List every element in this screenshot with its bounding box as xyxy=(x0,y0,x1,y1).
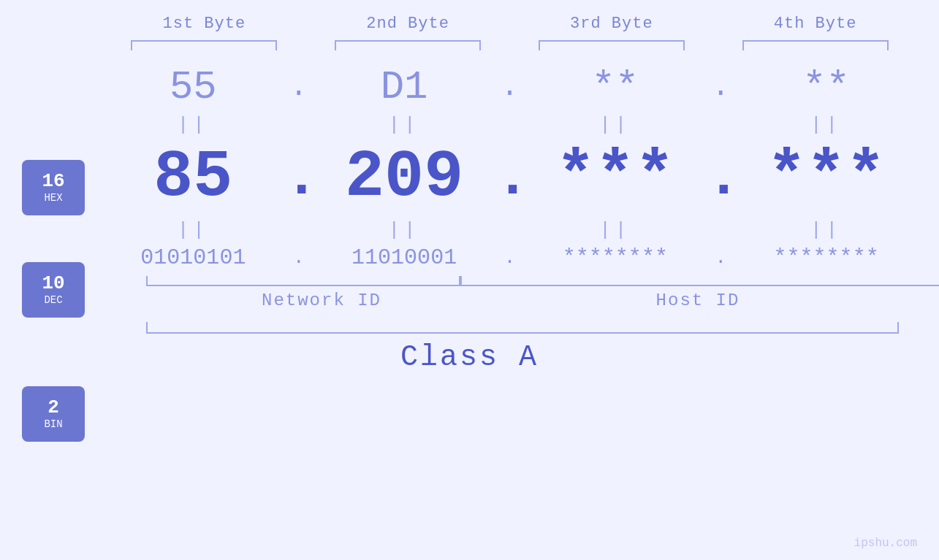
bin-badge: 2 BIN xyxy=(22,386,85,442)
network-bracket xyxy=(146,276,460,286)
hex-byte1: 55 xyxy=(102,65,284,110)
hex-byte4: ** xyxy=(735,65,917,110)
host-bracket-cell xyxy=(460,276,939,286)
byte4-header: 4th Byte xyxy=(713,15,917,33)
byte1-header: 1st Byte xyxy=(102,15,306,33)
eq2-sep xyxy=(284,219,313,241)
network-id-label: Network ID xyxy=(146,291,497,310)
dec-badge: 10 DEC xyxy=(22,262,85,318)
eq2-sep3 xyxy=(706,219,735,241)
byte3-header: 3rd Byte xyxy=(510,15,714,33)
bracket-cell-1 xyxy=(102,40,306,50)
dec-badge-label: DEC xyxy=(44,294,62,306)
host-id-label: Host ID xyxy=(497,291,899,310)
bracket-cell-3 xyxy=(510,40,714,50)
eq1-sep xyxy=(284,114,313,136)
eq2-sep2 xyxy=(495,219,525,241)
bin-sep-1: . xyxy=(284,247,313,269)
eq1-sep2 xyxy=(495,114,525,136)
hex-byte2: D1 xyxy=(313,65,495,110)
bin-byte4: ******** xyxy=(735,245,917,270)
equals-row-2: || || || || xyxy=(102,219,917,241)
big-bottom-bracket xyxy=(146,322,899,334)
byte-headers: 1st Byte 2nd Byte 3rd Byte 4th Byte xyxy=(102,15,917,33)
bin-sep-2: . xyxy=(495,247,525,269)
hex-badge-number: 16 xyxy=(42,172,64,191)
bin-badge-number: 2 xyxy=(47,398,59,417)
main-container: 1st Byte 2nd Byte 3rd Byte 4th Byte 16 H… xyxy=(0,0,939,560)
top-bracket-4 xyxy=(742,40,889,50)
dec-sep-2: . xyxy=(495,145,525,211)
bottom-brackets xyxy=(146,276,899,286)
hex-badge: 16 HEX xyxy=(22,160,85,215)
eq1-4: || xyxy=(735,114,917,136)
dec-byte4: *** xyxy=(735,140,917,215)
host-bracket xyxy=(460,276,939,286)
top-brackets xyxy=(102,40,917,50)
dec-badge-number: 10 xyxy=(42,274,64,293)
top-bracket-2 xyxy=(335,40,481,50)
hex-sep-2: . xyxy=(495,71,525,104)
eq1-3: || xyxy=(525,114,707,136)
dec-byte2: 209 xyxy=(313,140,495,215)
hex-sep-1: . xyxy=(284,71,313,104)
eq2-1: || xyxy=(102,219,284,241)
top-bracket-3 xyxy=(539,40,685,50)
byte2-header: 2nd Byte xyxy=(306,15,510,33)
top-bracket-1 xyxy=(131,40,277,50)
eq2-3: || xyxy=(525,219,707,241)
eq1-1: || xyxy=(102,114,284,136)
eq1-2: || xyxy=(313,114,495,136)
bin-byte3: ******** xyxy=(525,245,707,270)
id-labels: Network ID Host ID xyxy=(146,291,899,310)
bracket-cell-4 xyxy=(713,40,917,50)
bin-byte2: 11010001 xyxy=(313,245,495,270)
bin-row: 01010101 . 11010001 . ******** . *******… xyxy=(102,245,917,270)
eq2-2: || xyxy=(313,219,495,241)
dec-row: 85 . 209 . *** . *** xyxy=(102,140,917,215)
bracket-cell-2 xyxy=(306,40,510,50)
dec-byte1: 85 xyxy=(102,140,284,215)
hex-badge-label: HEX xyxy=(44,192,62,204)
rows-area: 16 HEX 55 . D1 . ** . ** xyxy=(0,65,939,270)
bin-byte1: 01010101 xyxy=(102,245,284,270)
dec-sep-1: . xyxy=(284,145,313,211)
dec-byte3: *** xyxy=(525,140,707,215)
class-label: Class A xyxy=(0,341,939,374)
hex-row: 55 . D1 . ** . ** xyxy=(102,65,917,110)
eq1-sep3 xyxy=(706,114,735,136)
equals-row-1: || || || || xyxy=(102,114,917,136)
dec-sep-3: . xyxy=(706,145,735,211)
eq2-4: || xyxy=(735,219,917,241)
hex-sep-3: . xyxy=(706,71,735,104)
bin-sep-3: . xyxy=(706,247,735,269)
watermark: ipshu.com xyxy=(854,537,917,550)
bin-badge-label: BIN xyxy=(44,418,62,430)
hex-byte3: ** xyxy=(525,65,707,110)
network-bracket-cell xyxy=(146,276,460,286)
